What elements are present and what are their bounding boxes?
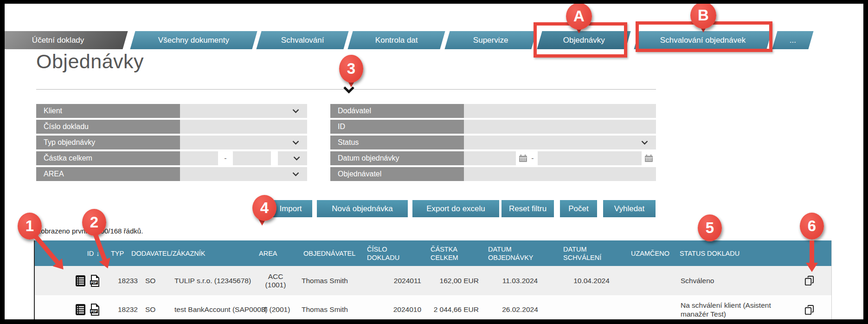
- screenshot-frame-bottom: [0, 319, 868, 324]
- annotation-marker-B: B: [690, 2, 716, 29]
- annotation-marker-A: A: [566, 3, 592, 30]
- filter-label-cislo-dokladu: Číslo dokladu: [36, 120, 180, 134]
- annotation-marker-5: 5: [698, 214, 722, 241]
- row-actions: PDF: [35, 304, 104, 316]
- tab-schvalovani[interactable]: Schvalování: [256, 31, 348, 49]
- tab-vsechny-dokumenty[interactable]: Všechny dokumenty: [130, 31, 257, 49]
- page-title: Objednávky: [36, 50, 144, 73]
- datum-od-input[interactable]: [464, 151, 516, 165]
- chevron-down-icon: [292, 141, 299, 145]
- filter-label-id: ID: [330, 120, 464, 134]
- castka-od-input[interactable]: [180, 151, 218, 165]
- filter-label-typ-objednavky: Typ objednávky: [36, 136, 180, 149]
- tab-label: Schvalování: [281, 36, 324, 45]
- column-header-objednavatel[interactable]: OBJEDNÁVATEL: [298, 240, 361, 266]
- klient-select[interactable]: [180, 104, 307, 118]
- tab-label: Kontrola dat: [375, 36, 418, 45]
- document-detail-icon[interactable]: [75, 275, 86, 287]
- copy-document-icon[interactable]: [787, 304, 832, 316]
- column-header-area[interactable]: AREA: [253, 240, 298, 266]
- tab-label: Všechny dokumenty: [158, 36, 229, 45]
- filter-label-datum-objednavky: Datum objednávky: [330, 151, 464, 165]
- screenshot-frame-left: [0, 0, 5, 324]
- cell-dodavatel: TULIP s.r.o. (12345678): [167, 277, 253, 285]
- row-actions: PDF: [35, 275, 104, 287]
- filter-label-area: AREA: [36, 167, 180, 181]
- calendar-icon[interactable]: [519, 154, 527, 162]
- screenshot-frame-right: [863, 0, 868, 324]
- table-right-edge: [831, 240, 832, 319]
- search-button[interactable]: Vyhledat: [603, 200, 656, 217]
- cell-status-dokladu: Schváleno: [674, 276, 787, 285]
- column-header-uzamceno[interactable]: UZAMČENO: [625, 240, 674, 266]
- column-header-datum-schvaleni[interactable]: DATUMSCHVÁLENÍ: [558, 240, 625, 266]
- cell-objednavatel: Thomas Smith: [298, 277, 361, 285]
- cell-status-dokladu: Na schválení klient (Asistent manažér Te…: [674, 301, 787, 318]
- status-select[interactable]: [464, 136, 656, 149]
- chevron-down-icon: [292, 172, 299, 176]
- cell-typ: SO: [141, 277, 167, 285]
- cislo-dokladu-input[interactable]: [180, 120, 307, 134]
- cell-area: IT (2001): [253, 305, 298, 314]
- cell-castka-celkem: 162,00 EUR: [425, 277, 482, 285]
- chevron-down-icon: [641, 141, 648, 145]
- castka-mena-select[interactable]: [278, 151, 307, 165]
- cell-datum-objednavky: 11.03.2024: [482, 277, 558, 285]
- filter-label-klient: Klient: [36, 104, 180, 118]
- cell-id: 18232: [104, 305, 141, 314]
- cell-cislo-dokladu: 2024011: [361, 277, 425, 285]
- filter-label-castka-celkem: Částka celkem: [36, 151, 180, 165]
- copy-document-icon[interactable]: [787, 275, 832, 286]
- typ-objednavky-select[interactable]: [180, 136, 307, 149]
- cell-castka-celkem: 2 044,66 EUR: [425, 305, 482, 314]
- pdf-file-icon[interactable]: PDF: [90, 275, 100, 287]
- tab-label: ...: [790, 36, 796, 45]
- pdf-file-icon[interactable]: PDF: [90, 304, 100, 316]
- new-order-button[interactable]: Nová objednávka: [317, 200, 408, 217]
- cell-datum-schvaleni: 10.04.2024: [558, 277, 625, 285]
- annotation-marker-4: 4: [252, 195, 276, 221]
- objednavatel-input[interactable]: [464, 167, 656, 181]
- column-header-datum-objednavky[interactable]: DATUMOBJEDNÁVKY: [482, 240, 558, 266]
- annotation-marker-3: 3: [339, 55, 363, 83]
- datum-range-dash: -: [527, 151, 538, 165]
- column-header-dodavatel[interactable]: DODAVATEL/ZÁKAZNÍK: [126, 240, 253, 266]
- cell-objednavatel: Thomas Smith: [298, 305, 361, 314]
- castka-range-dash: -: [218, 151, 233, 165]
- document-detail-icon[interactable]: [75, 304, 86, 316]
- dodavatel-input[interactable]: [464, 104, 656, 118]
- chevron-down-icon: [293, 156, 300, 161]
- tab-ucetni-doklady[interactable]: Účetní doklady: [0, 31, 128, 49]
- column-header-status-dokladu[interactable]: STATUS DOKLADU: [674, 240, 787, 266]
- count-button[interactable]: Počet: [560, 200, 597, 217]
- collapse-filters-chevron-icon[interactable]: [343, 86, 355, 94]
- cell-typ: SO: [141, 305, 167, 314]
- svg-text:PDF: PDF: [91, 281, 98, 284]
- column-header-cislo-dokladu[interactable]: ČÍSLODOKLADU: [361, 240, 425, 266]
- svg-text:PDF: PDF: [91, 310, 98, 313]
- reset-filter-button[interactable]: Reset filtru: [502, 200, 554, 217]
- tab-label: Supervize: [473, 36, 508, 45]
- area-select[interactable]: [180, 167, 307, 181]
- column-header-castka-celkem[interactable]: ČÁSTKACELKEM: [425, 240, 482, 266]
- calendar-icon[interactable]: [644, 154, 653, 162]
- id-input[interactable]: [464, 120, 656, 134]
- table-header-row: ID ↓ TYP DODAVATEL/ZÁKAZNÍK AREA OBJEDNÁ…: [35, 240, 832, 266]
- orders-table: ID ↓ TYP DODAVATEL/ZÁKAZNÍK AREA OBJEDNÁ…: [35, 240, 832, 324]
- screenshot-frame-top: [0, 0, 868, 4]
- table-row[interactable]: PDF 18233 SO TULIP s.r.o. (12345678) ACC…: [35, 266, 832, 295]
- tab-label: Účetní doklady: [32, 36, 84, 45]
- chevron-down-icon: [292, 109, 299, 113]
- annotation-marker-2: 2: [82, 209, 106, 236]
- export-excel-button[interactable]: Export do excelu: [412, 200, 499, 217]
- cell-area: ACC (1001): [253, 272, 298, 289]
- tab-kontrola-dat[interactable]: Kontrola dat: [347, 31, 445, 49]
- cell-id: 18233: [104, 277, 141, 285]
- tab-supervize[interactable]: Supervize: [444, 31, 536, 49]
- app-window: Účetní doklady Všechny dokumenty Schvalo…: [0, 0, 868, 324]
- tab-more[interactable]: ...: [772, 31, 813, 49]
- filter-label-status: Status: [330, 136, 464, 149]
- annotation-arrow-6: [806, 240, 818, 272]
- castka-do-input[interactable]: [233, 151, 271, 165]
- datum-do-input[interactable]: [538, 151, 642, 165]
